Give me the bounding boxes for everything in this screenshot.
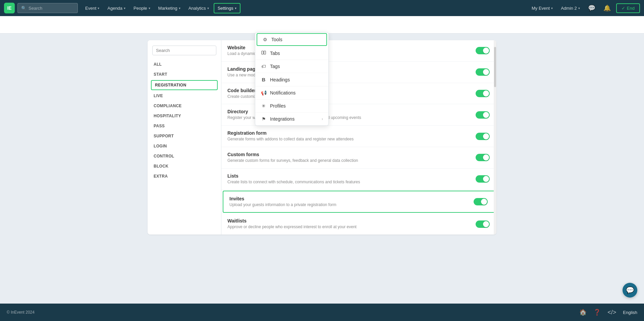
sidebar-item-live[interactable]: LIVE [148, 91, 221, 101]
dropdown-item-profiles[interactable]: ✳ Profiles [255, 100, 328, 113]
chevron-down-icon: ▾ [149, 6, 150, 10]
help-icon[interactable]: ❓ [593, 309, 601, 316]
nav-item-people[interactable]: People ▾ [130, 4, 153, 13]
headings-icon: B [261, 77, 267, 82]
sidebar-item-compliance[interactable]: COMPLIANCE [148, 101, 221, 111]
toggle-code_builder[interactable] [476, 90, 490, 97]
sidebar-item-hospitality[interactable]: HOSPITALITY [148, 111, 221, 121]
chevron-down-icon: ▾ [235, 6, 236, 10]
chevron-down-icon: ▾ [179, 6, 180, 10]
chevron-down-icon: ▾ [578, 6, 580, 10]
bottom-right-section: 🏠 ❓ </> English [579, 309, 637, 316]
sidebar-item-all[interactable]: ALL [148, 59, 221, 69]
chat-bubble-icon: 💬 [626, 286, 634, 294]
svg-rect-1 [264, 51, 266, 54]
settings-item-desc-waitlists: Approve or decline people who expressed … [227, 224, 476, 230]
settings-item-desc-invites: Upload your guests information to a priv… [229, 202, 474, 208]
sidebar-item-registration[interactable]: REGISTRATION [151, 80, 218, 90]
chevron-right-icon: › [322, 117, 323, 121]
dropdown-item-tabs[interactable]: Tabs [255, 47, 328, 60]
settings-item-custom_forms: Custom formsGenerate custom forms for su… [221, 147, 496, 169]
tabs-icon [261, 50, 267, 56]
home-icon[interactable]: 🏠 [579, 309, 587, 316]
chevron-down-icon: ▾ [551, 6, 553, 10]
nav-item-agenda[interactable]: Agenda ▾ [104, 4, 129, 13]
toggle-custom_forms[interactable] [476, 154, 490, 161]
copyright-text: © InEvent 2024 [7, 310, 35, 315]
tools-icon: ⚙ [262, 37, 268, 42]
search-icon: 🔍 [21, 6, 26, 11]
code-icon[interactable]: </> [607, 309, 616, 316]
sidebar-item-pass[interactable]: PASS [148, 121, 221, 131]
toggle-landing_page[interactable] [476, 68, 490, 76]
scrollbar-thumb [494, 47, 496, 87]
subheader [0, 16, 644, 34]
toggle-waitlists[interactable] [476, 220, 490, 228]
settings-item-title-custom_forms: Custom forms [227, 152, 476, 157]
end-button[interactable]: ✓ End [616, 3, 640, 13]
integrations-icon: ⚑ [261, 116, 267, 122]
settings-item-lists: ListsCreate lists to connect with schedu… [221, 169, 496, 190]
nav-search-placeholder: Search [29, 6, 42, 11]
settings-item-title-waitlists: Waitlists [227, 218, 476, 223]
svg-rect-0 [262, 51, 263, 54]
dropdown-item-integrations[interactable]: ⚑ Integrations › [255, 113, 328, 125]
toggle-invites[interactable] [474, 198, 488, 205]
nav-item-event[interactable]: Event ▾ [82, 4, 103, 13]
chevron-down-icon: ▾ [207, 6, 209, 10]
toggle-lists[interactable] [476, 175, 490, 183]
sidebar-item-support[interactable]: SUPPORT [148, 131, 221, 141]
toggle-directory[interactable] [476, 111, 490, 119]
notifications-icon: 📢 [261, 90, 267, 95]
sidebar-item-control[interactable]: CONTROL [148, 151, 221, 161]
nav-search-box[interactable]: 🔍 Search [17, 3, 78, 13]
settings-item-desc-registration_form: Generate forms with addons to collect da… [227, 136, 476, 142]
nav-item-marketing[interactable]: Marketing ▾ [155, 4, 184, 13]
settings-sidebar: ALL START REGISTRATION LIVE COMPLIANCE H… [148, 40, 221, 235]
settings-item-title-registration_form: Registration form [227, 130, 476, 136]
sidebar-item-block[interactable]: BLOCK [148, 161, 221, 171]
tags-icon: 🏷 [261, 64, 267, 69]
dropdown-item-headings[interactable]: B Headings [255, 73, 328, 86]
settings-item-waitlists: WaitlistsApprove or decline people who e… [221, 213, 496, 235]
language-selector[interactable]: English [623, 310, 637, 315]
sidebar-item-extra[interactable]: EXTRA [148, 171, 221, 181]
checkmark-icon: ✓ [622, 6, 625, 11]
settings-item-title-lists: Lists [227, 173, 476, 179]
settings-item-registration_form: Registration formGenerate forms with add… [221, 126, 496, 147]
sidebar-item-start[interactable]: START [148, 69, 221, 79]
vertical-scrollbar[interactable] [494, 40, 496, 235]
chat-support-bubble[interactable]: 💬 [623, 283, 637, 298]
dropdown-item-notifications[interactable]: 📢 Notifications [255, 86, 328, 100]
sidebar-search-input[interactable] [152, 46, 216, 55]
nav-item-settings[interactable]: Settings ▾ [214, 3, 240, 13]
top-navigation: IE 🔍 Search Event ▾ Agenda ▾ People ▾ Ma… [0, 0, 644, 16]
nav-item-analytics[interactable]: Analytics ▾ [185, 4, 212, 13]
app-logo[interactable]: IE [4, 3, 15, 13]
bell-icon[interactable]: 🔔 [601, 3, 613, 13]
dropdown-item-tags[interactable]: 🏷 Tags [255, 60, 328, 73]
settings-dropdown-menu: ⚙ Tools Tabs 🏷 Tags B Headings 📢 Notific… [255, 32, 329, 126]
bottom-bar: © InEvent 2024 🏠 ❓ </> English [0, 304, 644, 321]
settings-item-title-invites: Invites [229, 196, 474, 201]
sidebar-item-login[interactable]: LOGIN [148, 141, 221, 151]
admin-menu[interactable]: Admin 2 ▾ [558, 4, 583, 12]
settings-item-invites: InvitesUpload your guests information to… [223, 191, 495, 213]
chevron-down-icon: ▾ [124, 6, 125, 10]
dropdown-item-tools[interactable]: ⚙ Tools [257, 33, 327, 46]
chevron-down-icon: ▾ [98, 6, 99, 10]
nav-right-section: My Event ▾ Admin 2 ▾ 💬 🔔 ✓ End [529, 3, 640, 13]
toggle-website[interactable] [476, 47, 490, 54]
my-event-button[interactable]: My Event ▾ [529, 4, 555, 12]
settings-item-desc-custom_forms: Generate custom forms for surveys, feedb… [227, 158, 476, 164]
chat-icon[interactable]: 💬 [585, 3, 598, 13]
settings-item-desc-lists: Create lists to connect with schedule, c… [227, 179, 476, 185]
profiles-icon: ✳ [261, 103, 267, 109]
toggle-registration_form[interactable] [476, 133, 490, 140]
